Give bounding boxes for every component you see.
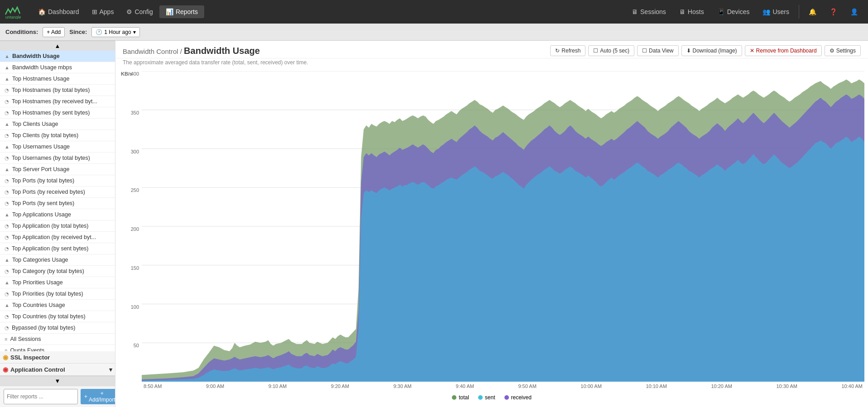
x-label-3: 9:20 AM (331, 383, 349, 389)
sidebar-item-24[interactable]: ◔Bypassed (by total bytes) (0, 322, 115, 334)
y-label-50: 50 (134, 343, 139, 348)
sidebar-item-18[interactable]: ▲Top Categories Usage (0, 254, 115, 266)
legend-total-label: total (459, 394, 469, 401)
sidebar-item-16[interactable]: ◔Top Application (by received byt... (0, 232, 115, 243)
nav-dashboard[interactable]: 🏠 Dashboard (32, 5, 86, 18)
sidebar-item-7[interactable]: ◔Top Clients (by total bytes) (0, 130, 115, 141)
nav-divider (799, 5, 799, 19)
nav-bell[interactable]: 🔔 (803, 5, 822, 18)
since-value: 1 Hour ago (104, 29, 131, 35)
sidebar-item-17[interactable]: ◔Top Application (by sent bytes) (0, 243, 115, 254)
x-label-4: 9:30 AM (393, 383, 412, 389)
add-import-button[interactable]: + + Add/Import ▾ (81, 389, 115, 404)
sidebar-item-2[interactable]: ▲Top Hostnames Usage (0, 73, 115, 85)
sidebar-item-0[interactable]: ▲Bandwidth Usage (0, 51, 115, 62)
received-dot (504, 395, 509, 400)
sidebar-item-25[interactable]: ≡All Sessions (0, 334, 115, 345)
sidebar-item-8[interactable]: ▲Top Usernames Usage (0, 141, 115, 153)
y-label-150: 150 (131, 265, 139, 271)
sidebar: ▲ ▲Bandwidth Usage▲Bandwidth Usage mbps▲… (0, 41, 115, 407)
sidebar-section-appcontrol[interactable]: ◉ Application Control ▾ (0, 364, 115, 376)
refresh-button[interactable]: ↻ Refresh (550, 45, 585, 56)
legend-received-label: received (511, 394, 532, 401)
sidebar-item-4[interactable]: ◔Top Hostnames (by received byt... (0, 96, 115, 107)
nav-devices[interactable]: 📱 Devices (712, 5, 755, 18)
toolbar: ↻ Refresh ☐ Auto (5 sec) ☐ Data View ⬇ D… (550, 45, 861, 56)
nav-hosts[interactable]: 🖥 Hosts (674, 5, 710, 18)
chart-icon: ▲ (5, 121, 10, 127)
sidebar-item-23[interactable]: ◔Top Countries (by total bytes) (0, 311, 115, 322)
ssl-section-label: SSL Inspector (10, 354, 50, 361)
conditions-label: Conditions: (5, 29, 38, 35)
nav-user[interactable]: 👤 (845, 5, 863, 18)
sidebar-item-22[interactable]: ▲Top Countries Usage (0, 300, 115, 311)
nav-apps[interactable]: ⊞ Apps (86, 5, 120, 18)
sidebar-item-13[interactable]: ◔Top Ports (by sent bytes) (0, 198, 115, 209)
add-condition-button[interactable]: + Add (43, 27, 65, 37)
y-axis: 400 350 300 250 200 150 100 50 (119, 71, 142, 391)
x-label-7: 10:00 AM (580, 383, 601, 389)
filter-reports-input[interactable] (4, 389, 78, 404)
y-label-400: 400 (131, 71, 139, 77)
sidebar-item-20[interactable]: ▲Top Priorities Usage (0, 277, 115, 288)
sidebar-item-9[interactable]: ◔Top Usernames (by total bytes) (0, 153, 115, 164)
chart-icon: ▲ (5, 76, 10, 81)
pie-icon: ◔ (5, 155, 9, 161)
nav-config[interactable]: ⚙ Config (120, 5, 159, 18)
logo[interactable]: untangle (5, 5, 23, 19)
chart-legend: total sent received (119, 391, 864, 404)
sidebar-list: ▲Bandwidth Usage▲Bandwidth Usage mbps▲To… (0, 51, 115, 351)
x-label-11: 10:40 AM (841, 383, 862, 389)
nav-sessions[interactable]: 🖥 Sessions (626, 5, 671, 18)
x-label-9: 10:20 AM (711, 383, 732, 389)
pie-icon: ◔ (5, 201, 9, 206)
sidebar-item-3[interactable]: ◔Top Hostnames (by total bytes) (0, 85, 115, 96)
help-icon: ❓ (830, 8, 837, 15)
since-dropdown[interactable]: 🕐 1 Hour ago ▾ (91, 27, 139, 37)
nav-users[interactable]: 👥 Users (757, 5, 795, 18)
since-label: Since: (69, 29, 87, 35)
sidebar-item-14[interactable]: ▲Top Applications Usage (0, 209, 115, 220)
sidebar-item-19[interactable]: ◔Top Category (by total bytes) (0, 266, 115, 277)
sidebar-item-10[interactable]: ▲Top Server Port Usage (0, 164, 115, 175)
sidebar-item-21[interactable]: ◔Top Priorities (by total bytes) (0, 288, 115, 300)
x-label-5: 9:40 AM (456, 383, 474, 389)
sidebar-section-ssl[interactable]: ◉ SSL Inspector (0, 351, 115, 364)
download-icon: ⬇ (686, 48, 691, 54)
table-icon: ☐ (642, 48, 647, 54)
auto-button[interactable]: ☐ Auto (5 sec) (588, 45, 634, 56)
scroll-up-button[interactable]: ▲ (0, 41, 115, 51)
appcontrol-section-icon: ◉ (3, 366, 8, 373)
data-view-button[interactable]: ☐ Data View (637, 45, 678, 56)
pie-icon: ◔ (5, 268, 9, 274)
sidebar-item-1[interactable]: ▲Bandwidth Usage mbps (0, 62, 115, 73)
apps-icon: ⊞ (92, 8, 97, 15)
pie-icon: ◔ (5, 223, 9, 229)
auto-icon: ☐ (593, 48, 598, 54)
sidebar-item-15[interactable]: ◔Top Application (by total bytes) (0, 220, 115, 232)
x-label-10: 10:30 AM (776, 383, 797, 389)
settings-button[interactable]: ⚙ Settings (825, 45, 861, 56)
clock-icon: 🕐 (96, 29, 102, 35)
sidebar-item-6[interactable]: ▲Top Clients Usage (0, 119, 115, 130)
plus-icon: + (84, 393, 87, 400)
nav-reports[interactable]: 📊 Reports (159, 5, 204, 18)
pie-icon: ◔ (5, 291, 9, 297)
nav-right: 🖥 Sessions 🖥 Hosts 📱 Devices 👥 Users 🔔 ❓… (626, 5, 863, 19)
sidebar-item-26[interactable]: ≡Quota Events (0, 345, 115, 351)
sidebar-item-5[interactable]: ◔Top Hostnames (by sent bytes) (0, 107, 115, 119)
chart-icon: ▲ (5, 167, 10, 172)
remove-dashboard-button[interactable]: ✕ Remove from Dashboard (745, 45, 822, 56)
nav-help[interactable]: ❓ (824, 5, 843, 18)
scroll-down-button[interactable]: ▼ (0, 376, 115, 386)
download-button[interactable]: ⬇ Download (Image) (681, 45, 742, 56)
chart-icon: ▲ (5, 280, 10, 285)
appcontrol-section-label: Application Control (10, 366, 65, 373)
pie-icon: ◔ (5, 133, 9, 139)
sidebar-item-11[interactable]: ◔Top Ports (by total bytes) (0, 175, 115, 187)
total-dot (452, 395, 456, 400)
x-label-8: 10:10 AM (646, 383, 667, 389)
sidebar-item-12[interactable]: ◔Top Ports (by received bytes) (0, 187, 115, 198)
chart-icon: ▲ (5, 257, 10, 263)
users-icon: 👥 (762, 8, 770, 15)
